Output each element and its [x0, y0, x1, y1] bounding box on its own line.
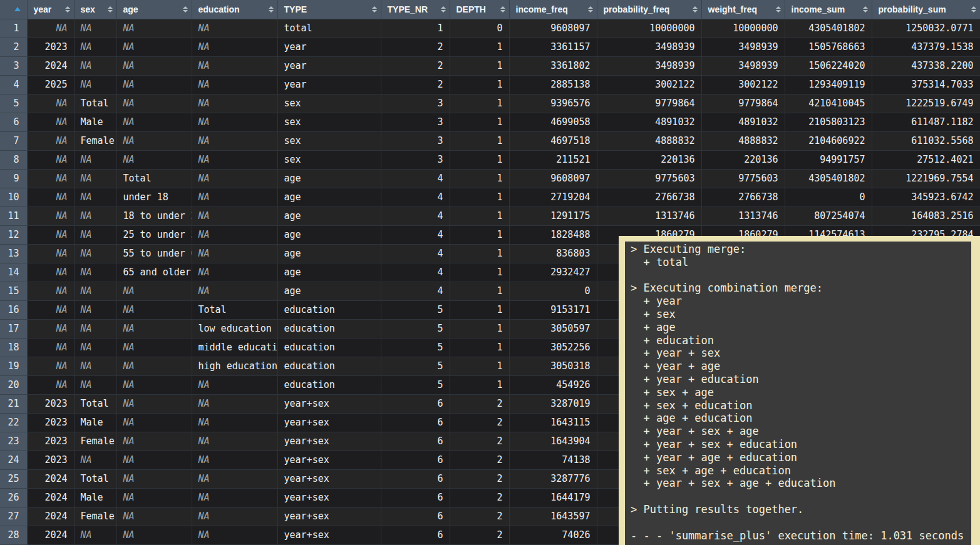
- cell-TYPE: age: [277, 206, 381, 225]
- cell-weight_freq: 220136: [701, 150, 785, 169]
- row-number: 26: [0, 488, 27, 507]
- row-number: 13: [0, 244, 27, 263]
- cell-TYPE_NR: 1: [381, 19, 450, 38]
- cell-TYPE_NR: 6: [381, 469, 450, 488]
- cell-TYPE_NR: 6: [381, 432, 450, 451]
- cell-TYPE: education: [277, 375, 381, 394]
- sort-arrows-icon: [65, 6, 70, 13]
- cell-year: NA: [27, 357, 74, 375]
- cell-age: NA: [116, 488, 192, 507]
- cell-year: NA: [27, 225, 74, 244]
- cell-education: NA: [192, 206, 277, 225]
- cell-education: NA: [192, 225, 277, 244]
- column-header-probability_sum[interactable]: probability_sum: [872, 0, 980, 19]
- column-header-label: DEPTH: [456, 4, 486, 14]
- column-header-income_sum[interactable]: income_sum: [785, 0, 872, 19]
- cell-age: NA: [116, 413, 192, 432]
- cell-TYPE: year: [277, 75, 381, 94]
- cell-income_freq: 74138: [509, 451, 597, 469]
- cell-income_freq: 9608097: [509, 169, 597, 188]
- cell-probability_sum: 437338.2200: [872, 56, 980, 75]
- cell-sex: Male: [74, 113, 116, 131]
- cell-TYPE: sex: [277, 131, 381, 150]
- cell-education: NA: [192, 507, 277, 526]
- cell-probability_sum: 611032.5568: [872, 131, 980, 150]
- row-number: 3: [0, 56, 27, 75]
- column-header-label: education: [199, 4, 240, 14]
- column-header-TYPE_NR[interactable]: TYPE_NR: [381, 0, 450, 19]
- row-number: 8: [0, 150, 27, 169]
- table-row: 11NANA18 to under 25NAage411291175131374…: [0, 206, 980, 225]
- column-header-income_freq[interactable]: income_freq: [509, 0, 597, 19]
- column-header-DEPTH[interactable]: DEPTH: [450, 0, 509, 19]
- cell-TYPE_NR: 2: [381, 56, 450, 75]
- cell-weight_freq: 1313746: [701, 206, 785, 225]
- column-header-label: TYPE_NR: [388, 4, 428, 14]
- cell-TYPE: year: [277, 38, 381, 56]
- cell-education: NA: [192, 394, 277, 413]
- cell-TYPE: age: [277, 225, 381, 244]
- column-header-year[interactable]: year: [27, 0, 74, 19]
- cell-income_freq: 3050318: [509, 357, 597, 375]
- console-viewport[interactable]: > Executing merge: + total > Executing c…: [625, 242, 971, 545]
- cell-age: NA: [116, 469, 192, 488]
- column-header-label: probability_freq: [604, 4, 670, 14]
- column-header-weight_freq[interactable]: weight_freq: [701, 0, 785, 19]
- cell-sex: NA: [74, 338, 116, 357]
- cell-sex: Female: [74, 432, 116, 451]
- cell-DEPTH: 0: [450, 19, 509, 38]
- sorted-ascending-icon: [14, 7, 21, 11]
- cell-TYPE: education: [277, 357, 381, 375]
- cell-age: NA: [116, 338, 192, 357]
- cell-probability_freq: 10000000: [597, 19, 701, 38]
- cell-sex: NA: [74, 19, 116, 38]
- cell-age: under 18: [116, 188, 192, 206]
- cell-sex: NA: [74, 150, 116, 169]
- cell-education: NA: [192, 282, 277, 300]
- column-header-rownum[interactable]: [0, 0, 27, 19]
- cell-sex: Total: [74, 469, 116, 488]
- cell-income_sum: 4210410045: [785, 94, 872, 113]
- cell-TYPE_NR: 6: [381, 394, 450, 413]
- column-header-probability_freq[interactable]: probability_freq: [597, 0, 701, 19]
- cell-income_freq: 9153171: [509, 300, 597, 319]
- cell-year: NA: [27, 131, 74, 150]
- row-number: 4: [0, 75, 27, 94]
- cell-probability_sum: 1250032.0771: [872, 19, 980, 38]
- cell-sex: Total: [74, 394, 116, 413]
- cell-DEPTH: 1: [450, 319, 509, 338]
- cell-DEPTH: 2: [450, 507, 509, 526]
- cell-DEPTH: 1: [450, 206, 509, 225]
- column-header-sex[interactable]: sex: [74, 0, 116, 19]
- column-header-label: income_sum: [792, 4, 845, 14]
- sort-arrows-icon: [269, 6, 274, 13]
- column-header-education[interactable]: education: [192, 0, 277, 19]
- row-number: 23: [0, 432, 27, 451]
- cell-age: NA: [116, 38, 192, 56]
- cell-income_sum: 2104606922: [785, 131, 872, 150]
- cell-education: low education: [192, 319, 277, 338]
- cell-age: NA: [116, 526, 192, 544]
- cell-year: 2023: [27, 432, 74, 451]
- row-number: 10: [0, 188, 27, 206]
- column-header-age[interactable]: age: [116, 0, 192, 19]
- cell-age: 18 to under 25: [116, 206, 192, 225]
- cell-probability_sum: 375314.7033: [872, 75, 980, 94]
- cell-sex: NA: [74, 263, 116, 282]
- cell-DEPTH: 2: [450, 394, 509, 413]
- cell-age: NA: [116, 150, 192, 169]
- cell-TYPE: sex: [277, 94, 381, 113]
- cell-weight_freq: 2766738: [701, 188, 785, 206]
- cell-income_freq: 2932427: [509, 263, 597, 282]
- cell-DEPTH: 1: [450, 113, 509, 131]
- cell-education: NA: [192, 131, 277, 150]
- column-header-label: year: [34, 4, 52, 14]
- column-header-TYPE[interactable]: TYPE: [277, 0, 381, 19]
- cell-TYPE_NR: 5: [381, 357, 450, 375]
- cell-education: NA: [192, 150, 277, 169]
- cell-weight_freq: 4891032: [701, 113, 785, 131]
- cell-probability_sum: 1222519.6749: [872, 94, 980, 113]
- table-row: 9NANATotalNAage4196080979775603977560343…: [0, 169, 980, 188]
- cell-probability_freq: 3498939: [597, 38, 701, 56]
- console-output: > Executing merge: + total > Executing c…: [631, 243, 971, 542]
